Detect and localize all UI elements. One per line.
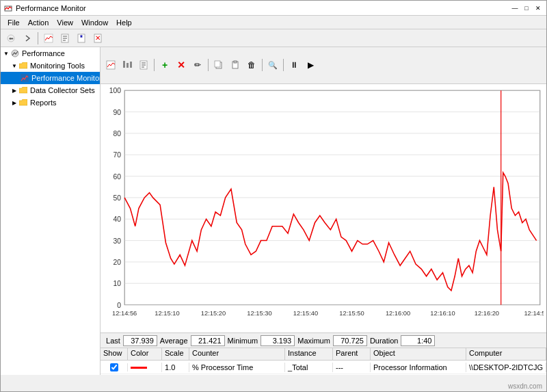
table-row[interactable]: 1.0 % Processor Time _Total --- Processo…	[101, 361, 546, 374]
copy-button[interactable]	[211, 57, 226, 73]
minimum-value: 3.193	[261, 335, 295, 346]
col-computer: Computer	[466, 348, 546, 360]
report-view-button[interactable]	[136, 57, 151, 73]
svg-rect-17	[130, 62, 132, 68]
last-label: Last	[106, 337, 120, 345]
row-counter: % Processor Time	[189, 363, 285, 372]
svg-text:70: 70	[113, 151, 121, 159]
svg-rect-25	[234, 61, 237, 63]
svg-text:90: 90	[113, 109, 121, 116]
svg-text:12:16:10: 12:16:10	[430, 310, 455, 317]
add-counter-button[interactable]: +	[157, 57, 172, 73]
svg-text:*: *	[80, 34, 83, 42]
svg-rect-3	[44, 34, 53, 42]
sidebar-data-collector-label: Data Collector Sets	[30, 86, 95, 94]
window-controls: — □ ✕	[509, 3, 544, 14]
svg-text:12:14:56: 12:14:56	[112, 310, 137, 317]
gtb-sep4	[283, 59, 284, 71]
close-button[interactable]: ✕	[533, 3, 544, 14]
svg-rect-14	[107, 61, 115, 69]
counter-table: Show Color Scale Counter Instance Parent…	[101, 348, 546, 375]
svg-text:80: 80	[113, 130, 121, 138]
expand-icon: ▼	[10, 62, 18, 70]
svg-text:12:16:00: 12:16:00	[386, 310, 410, 317]
sidebar-item-performance-monitor[interactable]: Performance Monitor	[1, 72, 100, 84]
svg-text:✕: ✕	[95, 34, 101, 42]
last-value: 37.939	[123, 335, 157, 346]
reports-icon	[18, 98, 28, 107]
paste-button[interactable]	[228, 57, 243, 73]
zoom-button[interactable]: 🔍	[265, 57, 280, 73]
sidebar-reports-label: Reports	[30, 99, 57, 107]
svg-text:⬅: ⬅	[9, 36, 14, 42]
delete-counter-button[interactable]: ✕	[174, 57, 189, 73]
svg-text:12:16:20: 12:16:20	[475, 310, 499, 317]
histogram-button[interactable]	[120, 57, 135, 73]
sidebar-item-monitoring-tools[interactable]: ▼ Monitoring Tools	[1, 60, 100, 72]
sidebar-perf-monitor-label: Performance Monitor	[31, 74, 101, 82]
svg-text:0: 0	[117, 302, 121, 309]
pause-button[interactable]: ⏸	[286, 57, 302, 73]
minimize-button[interactable]: —	[509, 3, 520, 14]
clear-button[interactable]: 🗑	[244, 57, 259, 73]
highlight-button[interactable]: ✏	[190, 57, 205, 73]
show-checkbox[interactable]	[110, 363, 118, 371]
gtb-sep3	[262, 59, 263, 71]
svg-text:40: 40	[113, 215, 121, 223]
expand-right2-icon: ▶	[10, 99, 18, 107]
svg-text:100: 100	[109, 87, 122, 94]
menu-bar: File Action View Window Help	[1, 16, 546, 29]
svg-text:12:15:50: 12:15:50	[339, 310, 364, 317]
average-value: 21.421	[191, 335, 225, 346]
expand-right-icon: ▶	[10, 86, 18, 94]
sidebar: ▼ Performance ▼ Monitoring Tools Perf	[1, 47, 101, 375]
col-instance: Instance	[285, 348, 333, 360]
back-button[interactable]: ⬅	[3, 31, 18, 46]
delete-button[interactable]: ✕	[90, 31, 105, 46]
row-scale: 1.0	[162, 363, 189, 372]
menu-action[interactable]: Action	[24, 17, 53, 28]
svg-rect-23	[215, 61, 220, 67]
forward-button[interactable]	[20, 31, 35, 46]
col-color: Color	[128, 348, 162, 360]
row-show[interactable]	[101, 363, 128, 371]
col-scale: Scale	[162, 348, 189, 360]
svg-text:12:15:20: 12:15:20	[201, 310, 226, 317]
svg-text:50: 50	[113, 194, 121, 202]
row-object: Processor Information	[371, 363, 466, 372]
menu-view[interactable]: View	[53, 17, 77, 28]
duration-value: 1:40	[401, 335, 435, 346]
performance-icon	[10, 49, 20, 58]
svg-rect-13	[21, 74, 29, 82]
sidebar-item-reports[interactable]: ▶ Reports	[1, 96, 100, 109]
svg-rect-16	[126, 63, 129, 68]
content-area: + ✕ ✏ 🗑 🔍 ⏸ ▶	[101, 47, 546, 375]
svg-text:30: 30	[113, 237, 121, 245]
stats-bar: Last 37.939 Average 21.421 Minimum 3.193…	[101, 332, 546, 348]
sidebar-item-data-collector[interactable]: ▶ Data Collector Sets	[1, 84, 100, 96]
svg-rect-15	[123, 61, 125, 68]
menu-window[interactable]: Window	[77, 17, 112, 28]
app-icon	[3, 3, 13, 13]
sidebar-monitoring-label: Monitoring Tools	[30, 62, 85, 70]
svg-text:12:15:10: 12:15:10	[155, 310, 179, 317]
maximum-value: 70.725	[333, 335, 367, 346]
main-layout: ▼ Performance ▼ Monitoring Tools Perf	[1, 47, 546, 375]
new-button[interactable]: *	[74, 31, 89, 46]
average-label: Average	[160, 337, 188, 345]
sidebar-root-performance[interactable]: ▼ Performance	[1, 47, 100, 60]
properties-button[interactable]	[57, 31, 72, 46]
sidebar-performance-label: Performance	[22, 49, 65, 57]
play-button[interactable]: ▶	[303, 57, 318, 73]
row-parent: ---	[333, 363, 371, 372]
maximum-label: Maximum	[297, 337, 330, 345]
maximize-button[interactable]: □	[521, 3, 532, 14]
col-show: Show	[101, 348, 128, 360]
menu-file[interactable]: File	[3, 17, 24, 28]
svg-text:10: 10	[113, 280, 121, 287]
show-hide-button[interactable]	[41, 31, 56, 46]
counter-header-row: Show Color Scale Counter Instance Parent…	[101, 348, 546, 361]
minimum-label: Minimum	[228, 337, 258, 345]
menu-help[interactable]: Help	[112, 17, 136, 28]
view-mode-button[interactable]	[103, 57, 118, 73]
